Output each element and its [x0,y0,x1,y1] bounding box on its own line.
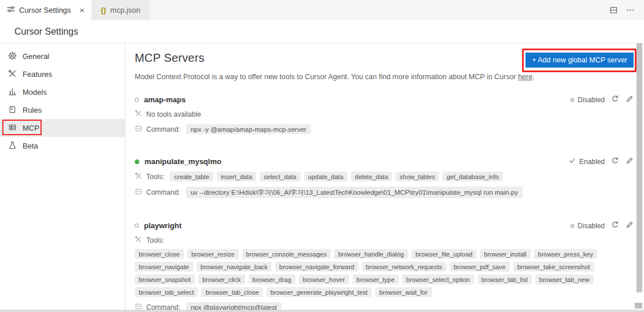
settings-sidebar: General Features Models [0,43,125,310]
tool-pill: get_database_info [442,172,503,181]
tools-row-label: Tools: [135,172,164,181]
tool-pill: delete_data [351,172,393,181]
tab-label: Cursor Settings [19,6,71,14]
tool-pill: browser_handle_dialog [334,249,408,259]
sidebar-item-label: Models [23,88,47,96]
tool-pill: browser_drag [249,274,295,284]
edit-pencil-icon[interactable] [626,221,634,231]
disabled-circle-icon [571,98,574,102]
sidebar-item-label: General [23,52,49,61]
tools-icon [135,110,142,119]
server-status-dot-enabled [135,159,139,164]
tool-pill: browser_tab_close [201,287,262,297]
beaker-icon [8,141,17,151]
command-icon [135,125,142,134]
tools-row-label: Tools: [135,236,164,245]
status-text: Disabled [578,222,605,230]
command-row-label: Command: [135,303,180,310]
command-value: npx -y @amap/amap-maps-mcp-server [186,124,311,134]
tool-pill: browser_tab_list [478,274,532,284]
section-description: Model Context Protocol is a way to offer… [135,73,634,81]
tool-pill: browser_wait_for [375,287,432,297]
command-row-label: Command: [135,125,180,134]
refresh-icon[interactable] [611,221,619,231]
refresh-icon[interactable] [611,95,619,105]
more-actions-icon[interactable] [626,6,635,14]
tool-pill: select_data [260,172,300,181]
close-icon[interactable]: × [80,6,85,14]
tool-pill: browser_tab_select [135,287,198,297]
split-editor-icon[interactable] [609,6,618,14]
tools-icon [8,69,17,80]
tool-pill: create_table [170,172,213,181]
tools-icon [135,236,142,245]
tab-bar-spacer [150,0,609,20]
tab-cursor-settings[interactable]: Cursor Settings × [0,0,91,20]
mcp-server-icon [8,123,17,133]
tool-pill: browser_console_messages [242,249,331,259]
tool-pill: insert_data [217,172,256,181]
tool-pill: browser_navigate_forward [275,262,358,272]
tool-pill: browser_install [480,249,530,259]
sidebar-item-models[interactable]: Models [0,83,125,101]
settings-sliders-icon [7,5,15,15]
tool-pill: browser_network_requests [362,262,446,272]
tool-pill-list: browser_closebrowser_resizebrowser_conso… [135,249,632,297]
section-heading: MCP Servers [135,51,205,65]
tool-pill: browser_navigate_back [197,262,272,272]
sidebar-item-general[interactable]: General [0,47,125,65]
command-label-text: Command: [146,188,180,196]
edit-pencil-icon[interactable] [626,157,634,166]
sidebar-item-features[interactable]: Features [0,65,125,83]
editor-actions [609,0,644,20]
tool-pill: show_tables [395,172,439,181]
disabled-circle-icon [571,224,574,228]
status-text: Disabled [578,96,605,104]
edit-pencil-icon[interactable] [626,95,634,105]
mcp-settings-panel: MCP Servers + Add new global MCP server … [125,43,644,310]
tool-pill: browser_pdf_save [450,262,510,272]
braces-icon: {} [101,6,106,14]
server-name: amap-maps [144,95,186,104]
tool-pill: browser_close [135,249,184,259]
sidebar-item-rules[interactable]: Rules [0,101,125,119]
command-icon [135,303,142,310]
tool-pill: browser_tab_new [535,274,594,284]
sidebar-item-mcp[interactable]: MCP [0,119,125,137]
sidebar-item-label: Rules [23,106,42,114]
tool-pill: browser_type [353,274,399,284]
tools-label-text: No tools available [146,110,201,118]
status-text: Enabled [579,158,605,166]
status-badge: Disabled [571,222,605,230]
mcp-server-card-playwright: playwright Disabled [135,221,634,310]
command-label-text: Command: [146,125,180,133]
sidebar-item-beta[interactable]: Beta [0,137,125,155]
command-icon [135,188,142,197]
tool-pill: browser_select_option [402,274,474,284]
tool-pill: browser_click [198,274,245,284]
command-row-label: Command: [135,188,180,197]
bar-chart-icon [8,87,17,98]
tool-pill: browser_resize [187,249,239,259]
command-value: uv --directory E:\Hdisk\学习\06_AI学习\13_La… [186,187,523,198]
status-badge: Enabled [569,157,605,166]
mcp-server-card-amap-maps: amap-maps Disabled [135,95,634,134]
page-title: Cursor Settings [0,20,644,43]
scrollbar-corner [635,303,642,309]
vertical-scrollbar[interactable] [636,43,642,292]
refresh-icon[interactable] [611,157,619,166]
gear-icon [8,51,17,62]
add-global-mcp-server-button[interactable]: + Add new global MCP server [525,53,634,68]
description-period: . [532,73,534,81]
tab-mcp-json[interactable]: {} mcp.json [91,0,149,20]
server-status-dot-disabled [135,98,139,102]
mcp-docs-link[interactable]: here [518,73,532,81]
sidebar-item-label: Beta [23,142,38,150]
window-bottom-edge [0,310,644,312]
server-name: manipulate_mysqlmo [145,157,221,166]
rules-icon [8,105,17,116]
tool-pill: browser_take_screenshot [513,262,594,272]
mcp-server-card-manipulate-mysqlmo: manipulate_mysqlmo Enabled [135,157,634,198]
tool-pill: browser_generate_playwright_test [267,287,372,297]
tools-icon [135,172,142,181]
